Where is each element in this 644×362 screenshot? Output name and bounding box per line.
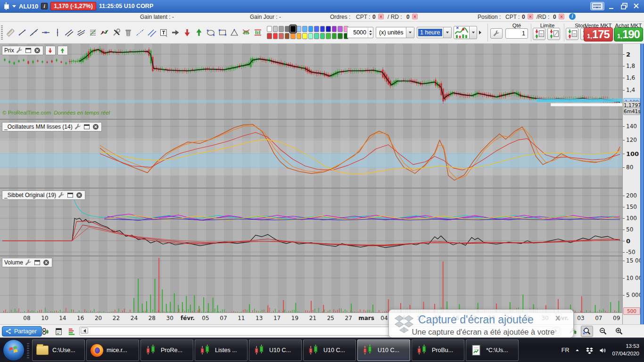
close-panel-icon[interactable] [92,123,99,131]
taskbar-button[interactable]: *C:\Us... [466,339,519,361]
color-swatch[interactable] [302,26,307,32]
color-swatch[interactable] [338,26,343,32]
position-info-icon[interactable]: i [569,13,576,20]
color-swatch[interactable] [320,26,325,32]
limite-buy-button[interactable] [547,28,560,40]
timeframe-dropdown-icon[interactable] [443,27,451,38]
color-swatch[interactable] [267,26,272,32]
taskbar-button[interactable]: ProBu... [412,339,464,361]
text-icon[interactable] [158,26,169,39]
cancel-ordres-cpt-icon[interactable]: × [378,14,384,19]
restore-icon[interactable] [619,2,629,10]
pattern-bearish-icon[interactable] [240,26,251,39]
timeframe-select[interactable]: 1 heure [417,27,452,38]
taskbar-button[interactable]: mice.r... [86,339,139,361]
taskbar-button[interactable]: U10 C... [249,339,302,361]
color-swatch[interactable] [290,33,296,39]
detach-window-icon[interactable] [83,123,91,131]
pitchfork-icon[interactable] [75,26,86,39]
color-swatch[interactable] [320,33,325,39]
toolbar-grip[interactable] [1,25,3,41]
keyboard-icon[interactable] [590,2,604,10]
quantity-stepper[interactable]: 5000 [347,27,373,38]
color-swatch[interactable] [326,33,331,39]
dotted-segment-icon[interactable] [134,26,145,39]
buy-arrow-icon[interactable] [58,46,68,55]
zigzag-icon[interactable] [99,26,110,39]
news-icon[interactable] [53,326,64,337]
triangle-icon[interactable] [229,26,239,39]
parallel-lines-icon[interactable] [146,26,157,39]
close-icon[interactable] [632,2,641,10]
cancel-ordres-rd-icon[interactable]: × [412,14,418,19]
pattern-bullish-icon[interactable] [252,26,263,39]
detach-window-icon[interactable] [25,47,32,54]
close-panel-icon[interactable] [75,191,83,199]
price-axis[interactable]: 21,81,61,414012010080200150100500-5015 0… [622,44,640,324]
channel-icon[interactable] [64,26,74,39]
start-button[interactable] [3,339,25,361]
taskbar-button[interactable]: U10 C... [303,339,356,361]
toolbar-overflow-icon[interactable] [479,29,484,36]
volume-tray-icon[interactable] [599,346,607,354]
color-swatch[interactable] [297,33,302,39]
color-swatch[interactable] [297,26,302,32]
close-panel-icon[interactable] [42,259,50,266]
wrench-icon[interactable] [25,259,32,266]
scroll-left-icon[interactable] [81,328,88,334]
share-button[interactable]: Partager [2,326,42,337]
arrow-down-icon[interactable] [182,26,192,39]
wrench-icon[interactable] [16,47,23,54]
color-swatch[interactable] [285,26,290,32]
color-swatch[interactable] [267,33,272,39]
stop-sell-button[interactable] [566,28,578,40]
close-position-cpt-icon[interactable]: × [528,14,533,19]
taskbar-button[interactable]: U10 C... [357,339,410,361]
detach-window-icon[interactable] [66,191,74,199]
qte-input[interactable]: 1 [505,28,528,39]
color-swatch[interactable] [279,26,284,32]
notification-close-icon[interactable]: X [555,314,560,322]
panel-separator[interactable] [0,255,622,256]
taskbar-button[interactable]: Listes ... [195,339,248,361]
vente-mkt-button[interactable]: 1,175 [584,27,613,41]
sell-arrow-icon[interactable] [45,46,56,55]
chart-canvas[interactable] [0,44,622,324]
color-swatch[interactable] [314,33,319,39]
horizontal-segment-icon[interactable] [40,26,51,39]
wrench-icon[interactable] [74,123,82,131]
color-swatch[interactable] [273,26,278,32]
wrench-icon[interactable] [58,191,65,199]
instrument-info-icon[interactable]: i [41,3,48,9]
color-swatch[interactable] [308,33,314,39]
color-swatch[interactable] [332,26,337,32]
arrow-up-icon[interactable] [193,26,204,39]
order-settings-button[interactable] [490,28,503,39]
clock[interactable]: 13:53 07/04/2020 [612,343,642,357]
close-position-rd-icon[interactable]: × [559,14,564,19]
color-swatch[interactable] [290,25,296,33]
achat-mkt-button[interactable]: 1,190 [614,27,643,41]
panel-separator[interactable] [0,119,622,120]
close-panel-icon[interactable] [33,47,41,54]
dropbox-notification[interactable]: Capture d'écran ajoutée Une capture d'éc… [388,309,574,338]
taskbar-button[interactable]: ProRe... [140,339,193,361]
ellipse-icon[interactable] [205,26,216,39]
pattern-tools-icon[interactable] [111,26,122,39]
chart-type-dropdown-icon[interactable] [470,26,477,39]
panel-separator[interactable] [0,188,622,189]
color-swatch[interactable] [279,33,284,39]
trend-segment-icon[interactable] [17,26,27,39]
chart-type-icon[interactable] [454,26,470,39]
limite-sell-button[interactable] [533,28,545,40]
color-swatch[interactable] [332,33,337,39]
link-charts-icon[interactable] [40,326,51,337]
color-swatch[interactable] [338,33,343,39]
trash-icon[interactable] [123,26,133,39]
color-swatch[interactable] [326,26,331,32]
detach-window-icon[interactable] [33,259,41,266]
language-indicator[interactable]: FR [561,347,570,354]
units-dropdown-icon[interactable] [406,27,414,38]
color-swatch[interactable] [273,33,278,39]
zoom-out-button[interactable] [597,326,609,337]
